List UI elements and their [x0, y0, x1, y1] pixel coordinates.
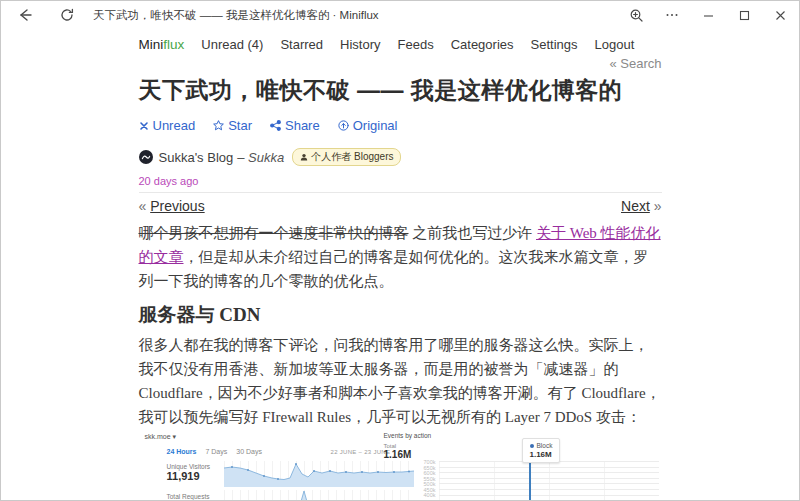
- events-chart-y-ticks: 700k 650k 600k 550k 500k 450k 400k: [415, 460, 436, 498]
- original-link[interactable]: Original: [338, 118, 398, 133]
- article-image-cloudflare-analytics: skk.moe ▾ 24 Hours 7 Days 30 Days 22 JUN…: [139, 431, 659, 501]
- entry-pager: « Previous Next »: [139, 198, 662, 214]
- entry-actions: Unread Star Share Original: [139, 118, 662, 133]
- events-total-value: 1.16M: [384, 449, 412, 460]
- image-tab-7d: 7 Days: [205, 448, 227, 455]
- close-button[interactable]: [769, 3, 791, 27]
- unique-visitors-label: Unique Visitors: [167, 463, 211, 470]
- previous-link[interactable]: Previous: [150, 198, 204, 214]
- nav-item-categories[interactable]: Categories: [451, 37, 514, 52]
- section-heading-server-cdn: 服务器与 CDN: [139, 303, 662, 327]
- tooltip-value: 1.16M: [530, 450, 553, 459]
- zoom-page-icon[interactable]: [625, 3, 647, 27]
- window-title: 天下武功，唯快不破 —— 我是这样优化博客的 · Miniflux: [93, 8, 379, 23]
- entry-date: 20 days ago: [139, 175, 662, 187]
- page-content: Miniflux Unread (4) Starred History Feed…: [1, 29, 799, 501]
- image-time-tabs: 24 Hours 7 Days 30 Days: [167, 448, 262, 455]
- nav-item-logout[interactable]: Logout: [595, 37, 635, 52]
- unread-x-icon: [139, 121, 149, 131]
- next-arrow: »: [654, 198, 662, 214]
- divider: [139, 192, 662, 193]
- share-icon: [270, 120, 281, 131]
- star-icon: [213, 120, 224, 131]
- nav-item-unread[interactable]: Unread (4): [201, 37, 263, 52]
- external-arrow-icon: [338, 120, 349, 131]
- events-by-action-title: Events by action: [384, 432, 432, 439]
- author-name: – Sukka: [237, 150, 284, 165]
- search-row: « Search: [139, 56, 662, 72]
- strikethrough-text: 哪个男孩不想拥有一个速度非常快的博客: [139, 225, 409, 241]
- main-nav: Miniflux Unread (4) Starred History Feed…: [139, 36, 662, 52]
- minimize-button[interactable]: [697, 3, 719, 27]
- unique-visitors-value: 11,919: [167, 470, 200, 482]
- image-tab-30d: 30 Days: [236, 448, 262, 455]
- maximize-button[interactable]: [733, 3, 755, 27]
- events-spike: [529, 463, 531, 501]
- unique-visitors-chart: [224, 461, 414, 487]
- feed-link[interactable]: Sukka's Blog: [159, 150, 234, 165]
- window-titlebar: 天下武功，唯快不破 —— 我是这样优化博客的 · Miniflux: [1, 1, 799, 29]
- back-icon[interactable]: [13, 3, 37, 27]
- share-button[interactable]: Share: [270, 118, 320, 133]
- image-domain-selector: skk.moe ▾: [145, 433, 177, 441]
- entry-meta: Sukka's Blog – Sukka 个人作者 Bloggers: [139, 148, 662, 166]
- page-title: 天下武功，唯快不破 —— 我是这样优化博客的: [139, 76, 662, 104]
- mark-unread-button[interactable]: Unread: [139, 118, 196, 133]
- image-tab-24h: 24 Hours: [167, 448, 197, 455]
- prev-arrow: «: [139, 198, 147, 214]
- category-badge[interactable]: 个人作者 Bloggers: [292, 148, 401, 166]
- block-series-dot: [530, 444, 534, 448]
- events-chart: [439, 461, 659, 501]
- next-link[interactable]: Next: [621, 198, 650, 214]
- brand-link[interactable]: Miniflux: [139, 37, 185, 52]
- paragraph-cloudflare: 很多人都在我的博客下评论，问我的博客用了哪里的服务器这么快。实际上，我不仅没有用…: [139, 333, 662, 429]
- dropdown-caret-icon: ▾: [173, 433, 177, 440]
- events-tooltip: Block 1.16M: [522, 438, 561, 463]
- search-toggle-link[interactable]: « Search: [609, 56, 661, 71]
- refresh-icon[interactable]: [55, 3, 79, 27]
- person-icon: [300, 152, 308, 163]
- feed-favicon: [139, 150, 153, 164]
- more-menu-icon[interactable]: [661, 3, 683, 27]
- image-date-range: 22 JUNE – 23 JUNE: [331, 449, 391, 455]
- total-requests-chart: [224, 490, 414, 501]
- star-button[interactable]: Star: [213, 118, 252, 133]
- nav-item-settings[interactable]: Settings: [531, 37, 578, 52]
- nav-item-starred[interactable]: Starred: [280, 37, 323, 52]
- app-window: 天下武功，唯快不破 —— 我是这样优化博客的 · Miniflux Min: [0, 0, 800, 501]
- nav-item-feeds[interactable]: Feeds: [398, 37, 434, 52]
- nav-item-history[interactable]: History: [340, 37, 380, 52]
- tooltip-series-label: Block: [537, 442, 553, 449]
- total-requests-label: Total Requests: [167, 493, 210, 500]
- paragraph-intro: 哪个男孩不想拥有一个速度非常快的博客 之前我也写过少许 关于 Web 性能优化的…: [139, 221, 662, 293]
